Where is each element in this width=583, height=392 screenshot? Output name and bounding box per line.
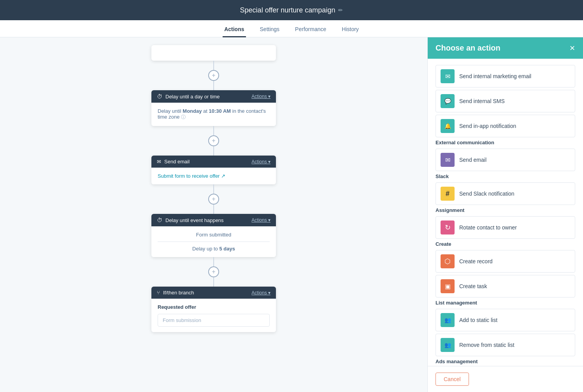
add-button-1[interactable]: + bbox=[208, 70, 219, 81]
action-create-record[interactable]: ⬡ Create record bbox=[435, 250, 575, 273]
section-ads-mgmt: Ads management ⚙ Add to ads audience bbox=[435, 359, 575, 366]
send-email-node: ✉ Send email Actions ▾ Submit form to re… bbox=[151, 156, 276, 184]
tab-history[interactable]: History bbox=[340, 22, 360, 37]
action-send-sms[interactable]: 💬 Send internal SMS bbox=[435, 90, 575, 112]
send-sms-label: Send internal SMS bbox=[459, 98, 505, 104]
delay-event-header: ⏱ Delay until event happens Actions ▾ bbox=[151, 214, 276, 226]
remove-static-list-icon: 👥 bbox=[441, 338, 455, 352]
action-create-task[interactable]: ▣ Create task bbox=[435, 275, 575, 298]
slack-section-label: Slack bbox=[435, 173, 575, 179]
delay-event-line1: Form submitted bbox=[158, 232, 270, 238]
slack-icon: # bbox=[441, 187, 455, 201]
rotate-contact-label: Rotate contact to owner bbox=[459, 224, 517, 231]
send-email-header: ✉ Send email Actions ▾ bbox=[151, 156, 276, 168]
panel-header: Choose an action ✕ bbox=[428, 37, 583, 59]
main-layout: + ⏱ Delay until a day or time Actions ▾ … bbox=[0, 37, 583, 392]
send-internal-email-icon: ✉ bbox=[441, 69, 455, 83]
delay-event-body: Form submitted Delay up to 5 days bbox=[151, 226, 276, 257]
ifthen-header: ⑂ If/then branch Actions ▾ bbox=[151, 287, 276, 299]
tab-settings[interactable]: Settings bbox=[258, 22, 281, 37]
header-left: ⑂ If/then branch bbox=[157, 290, 194, 296]
delay-icon: ⏱ bbox=[157, 93, 162, 100]
connector bbox=[213, 205, 214, 214]
email-node-icon: ✉ bbox=[157, 159, 161, 164]
create-section-label: Create bbox=[435, 241, 575, 247]
action-send-email[interactable]: ✉ Send email bbox=[435, 149, 575, 171]
panel-footer: Cancel bbox=[428, 366, 583, 392]
delay-event-icon: ⏱ bbox=[157, 217, 162, 223]
connector bbox=[213, 257, 214, 266]
rotate-contact-icon: ↻ bbox=[441, 220, 455, 234]
branch-box: Form submission bbox=[158, 314, 270, 327]
edit-icon[interactable]: ✏ bbox=[338, 7, 343, 13]
action-slack-notification[interactable]: # Send Slack notification bbox=[435, 182, 575, 205]
connector bbox=[213, 277, 214, 287]
ifthen-actions[interactable]: Actions ▾ bbox=[251, 290, 270, 296]
panel-body: ✉ Send internal marketing email 💬 Send i… bbox=[428, 59, 583, 366]
send-email-icon: ✉ bbox=[441, 153, 455, 167]
ifthen-icon: ⑂ bbox=[157, 290, 160, 296]
section-internal: ✉ Send internal marketing email 💬 Send i… bbox=[435, 65, 575, 137]
send-email-body: Submit form to receive offer ↗ bbox=[151, 168, 276, 184]
cancel-button[interactable]: Cancel bbox=[435, 373, 469, 386]
connector bbox=[213, 146, 214, 156]
add-button-2[interactable]: + bbox=[208, 135, 219, 146]
flow-container: + ⏱ Delay until a day or time Actions ▾ … bbox=[148, 45, 280, 332]
ifthen-title: If/then branch bbox=[163, 290, 194, 296]
section-create: Create ⬡ Create record ▣ Create task bbox=[435, 241, 575, 298]
action-add-static-list[interactable]: 👥 Add to static list bbox=[435, 309, 575, 331]
connector bbox=[213, 184, 214, 194]
connector bbox=[213, 81, 214, 90]
external-section-label: External communication bbox=[435, 140, 575, 145]
delay-day-time-body: Delay until Monday at 10:30 AM in the co… bbox=[151, 103, 276, 126]
assignment-section-label: Assignment bbox=[435, 207, 575, 213]
connector bbox=[213, 126, 214, 135]
branch-title: Requested offer bbox=[158, 304, 270, 310]
nav-tabs: Actions Settings Performance History bbox=[0, 20, 583, 37]
panel-title: Choose an action bbox=[435, 44, 500, 52]
top-bar: Special offer nurture campaign ✏ bbox=[0, 0, 583, 20]
remove-static-list-label: Remove from static list bbox=[459, 342, 515, 348]
canvas: + ⏱ Delay until a day or time Actions ▾ … bbox=[0, 37, 427, 392]
delay-event-actions[interactable]: Actions ▾ bbox=[251, 217, 270, 223]
delay-event-title: Delay until event happens bbox=[165, 217, 224, 223]
add-button-4[interactable]: + bbox=[208, 266, 219, 277]
delay-event-node: ⏱ Delay until event happens Actions ▾ Fo… bbox=[151, 214, 276, 257]
create-record-icon: ⬡ bbox=[441, 254, 455, 268]
panel-close-button[interactable]: ✕ bbox=[569, 44, 575, 52]
send-inapp-label: Send in-app notification bbox=[459, 123, 516, 129]
section-assignment: Assignment ↻ Rotate contact to owner bbox=[435, 207, 575, 239]
add-static-list-icon: 👥 bbox=[441, 313, 455, 327]
action-rotate-contact[interactable]: ↻ Rotate contact to owner bbox=[435, 216, 575, 239]
list-mgmt-section-label: List management bbox=[435, 300, 575, 306]
title-text: Special offer nurture campaign bbox=[240, 6, 335, 14]
create-task-icon: ▣ bbox=[441, 279, 455, 293]
delay-day-time-title: Delay until a day or time bbox=[165, 94, 220, 100]
section-slack: Slack # Send Slack notification bbox=[435, 173, 575, 205]
divider bbox=[158, 242, 270, 242]
delay-day-time-actions[interactable]: Actions ▾ bbox=[251, 94, 270, 99]
header-left: ⏱ Delay until event happens bbox=[157, 217, 224, 223]
slack-notification-label: Send Slack notification bbox=[459, 191, 515, 197]
action-send-internal-email[interactable]: ✉ Send internal marketing email bbox=[435, 65, 575, 88]
send-email-actions[interactable]: Actions ▾ bbox=[251, 159, 270, 164]
ifthen-node: ⑂ If/then branch Actions ▾ Requested off… bbox=[151, 287, 276, 332]
delay-day-time-header: ⏱ Delay until a day or time Actions ▾ bbox=[151, 90, 276, 103]
create-task-label: Create task bbox=[459, 283, 487, 289]
send-email-title: Send email bbox=[164, 159, 190, 164]
submit-form-link[interactable]: Submit form to receive offer ↗ bbox=[158, 173, 270, 179]
action-send-inapp[interactable]: 🔔 Send in-app notification bbox=[435, 115, 575, 137]
delay-day-time-node: ⏱ Delay until a day or time Actions ▾ De… bbox=[151, 90, 276, 126]
section-list-mgmt: List management 👥 Add to static list 👥 R… bbox=[435, 300, 575, 356]
partial-node bbox=[151, 45, 276, 61]
tab-performance[interactable]: Performance bbox=[293, 22, 328, 37]
add-button-3[interactable]: + bbox=[208, 194, 219, 205]
send-inapp-icon: 🔔 bbox=[441, 119, 455, 133]
workflow-title: Special offer nurture campaign ✏ bbox=[240, 6, 343, 14]
action-remove-static-list[interactable]: 👥 Remove from static list bbox=[435, 334, 575, 356]
tab-actions[interactable]: Actions bbox=[223, 22, 246, 37]
ifthen-body: Requested offer Form submission bbox=[151, 299, 276, 332]
connector bbox=[213, 61, 214, 70]
header-left: ✉ Send email bbox=[157, 159, 190, 164]
external-link-icon: ↗ bbox=[221, 173, 225, 179]
